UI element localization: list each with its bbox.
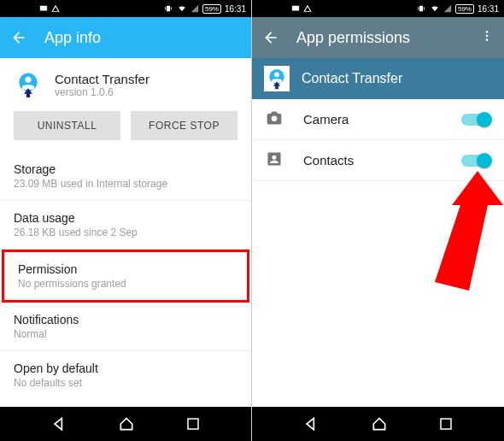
page-title: App permissions: [296, 29, 410, 47]
app-icon: [14, 70, 43, 99]
svg-rect-16: [441, 419, 451, 429]
nav-home-button[interactable]: [118, 415, 135, 432]
contact-transfer-icon: [14, 70, 43, 99]
cast-icon: [291, 4, 300, 13]
empty-space: [252, 181, 504, 407]
item-title: Permission: [18, 262, 233, 276]
list-item-notifications[interactable]: Notifications Normal: [0, 303, 251, 351]
svg-rect-9: [418, 7, 419, 9]
uninstall-button[interactable]: UNINSTALL: [14, 111, 120, 140]
more-vert-icon: [480, 29, 494, 43]
app-name: Contact Transfer: [55, 72, 149, 86]
square-icon: [185, 416, 201, 432]
square-icon: [438, 416, 454, 432]
item-title: Storage: [14, 162, 237, 176]
action-bar-permissions: App permissions: [252, 17, 504, 58]
app-name: Contact Transfer: [302, 71, 402, 86]
highlight-box: Permission No permissions granted: [2, 250, 249, 303]
wifi-icon: [430, 4, 440, 13]
item-sub: 26.18 KB used since 2 Sep: [14, 226, 237, 238]
home-icon: [371, 415, 388, 432]
permission-row-camera: Camera: [252, 99, 504, 140]
home-icon: [118, 415, 135, 432]
item-title: Data usage: [14, 211, 237, 225]
arrow-back-icon: [262, 29, 279, 46]
svg-rect-7: [292, 6, 299, 11]
nav-bar: [252, 407, 504, 441]
camera-toggle[interactable]: [461, 114, 490, 126]
item-sub: Normal: [14, 328, 237, 340]
svg-rect-1: [167, 6, 170, 12]
phone-left: 59% 16:31 App info Contact Transfer vers…: [0, 0, 252, 441]
battery-percent: 59%: [202, 4, 221, 14]
button-row: UNINSTALL FORCE STOP: [0, 108, 251, 152]
app-subtitle-bar: Contact Transfer: [252, 58, 504, 99]
nav-home-button[interactable]: [371, 415, 388, 432]
warning-icon: [51, 4, 60, 13]
overflow-menu-button[interactable]: [480, 29, 494, 46]
permission-row-contacts: Contacts: [252, 140, 504, 181]
permission-label: Contacts: [303, 153, 441, 168]
nav-back-button[interactable]: [50, 415, 67, 432]
arrow-back-icon: [10, 29, 27, 46]
svg-rect-2: [165, 7, 166, 9]
nav-recent-button[interactable]: [438, 416, 454, 432]
clock: 16:31: [478, 4, 499, 14]
status-bar: 59% 16:31: [0, 0, 251, 17]
phone-right: 59% 16:31 App permissions Contact Transf…: [252, 0, 504, 441]
cast-icon: [39, 4, 48, 13]
back-button[interactable]: [262, 29, 279, 46]
nav-back-button[interactable]: [302, 415, 319, 432]
vibrate-icon: [163, 4, 173, 13]
settings-list: Storage 23.09 MB used in Internal storag…: [0, 152, 251, 407]
nav-bar: [0, 407, 251, 441]
contacts-icon: [266, 150, 283, 171]
permission-label: Camera: [303, 112, 441, 126]
triangle-back-icon: [302, 415, 319, 432]
warning-icon: [303, 4, 312, 13]
wifi-icon: [177, 4, 187, 13]
list-item-storage[interactable]: Storage 23.09 MB used in Internal storag…: [0, 152, 251, 201]
item-sub: No defaults set: [14, 377, 237, 389]
item-sub: 23.09 MB used in Internal storage: [14, 178, 237, 190]
svg-rect-10: [424, 7, 425, 9]
nav-recent-button[interactable]: [185, 416, 201, 432]
camera-icon: [266, 109, 283, 130]
force-stop-button[interactable]: FORCE STOP: [131, 111, 237, 140]
item-title: Notifications: [14, 313, 237, 326]
svg-point-15: [274, 72, 279, 77]
signal-icon: [190, 4, 199, 13]
status-bar: 59% 16:31: [252, 0, 504, 17]
app-version: version 1.0.6: [55, 86, 149, 98]
page-title: App info: [44, 29, 101, 47]
action-bar-app-info: App info: [0, 17, 251, 58]
svg-point-11: [486, 31, 489, 33]
contact-transfer-icon: [265, 67, 289, 91]
svg-rect-0: [40, 6, 47, 11]
svg-point-5: [25, 77, 31, 83]
list-item-permission[interactable]: Permission No permissions granted: [4, 252, 247, 300]
list-item-data-usage[interactable]: Data usage 26.18 KB used since 2 Sep: [0, 201, 251, 250]
list-item-open-by-default[interactable]: Open by default No defaults set: [0, 351, 251, 399]
contacts-toggle[interactable]: [461, 155, 490, 167]
svg-point-12: [486, 35, 489, 38]
svg-rect-3: [171, 7, 172, 9]
app-icon: [264, 66, 290, 91]
svg-rect-6: [188, 419, 198, 429]
item-title: Open by default: [14, 362, 237, 375]
clock: 16:31: [225, 4, 246, 14]
item-sub: No permissions granted: [18, 278, 233, 290]
svg-point-13: [486, 38, 489, 41]
vibrate-icon: [416, 4, 426, 13]
triangle-back-icon: [50, 415, 67, 432]
signal-icon: [443, 4, 452, 13]
battery-percent: 59%: [455, 4, 474, 14]
svg-rect-8: [419, 6, 423, 12]
back-button[interactable]: [10, 29, 27, 46]
app-header: Contact Transfer version 1.0.6: [0, 58, 251, 108]
